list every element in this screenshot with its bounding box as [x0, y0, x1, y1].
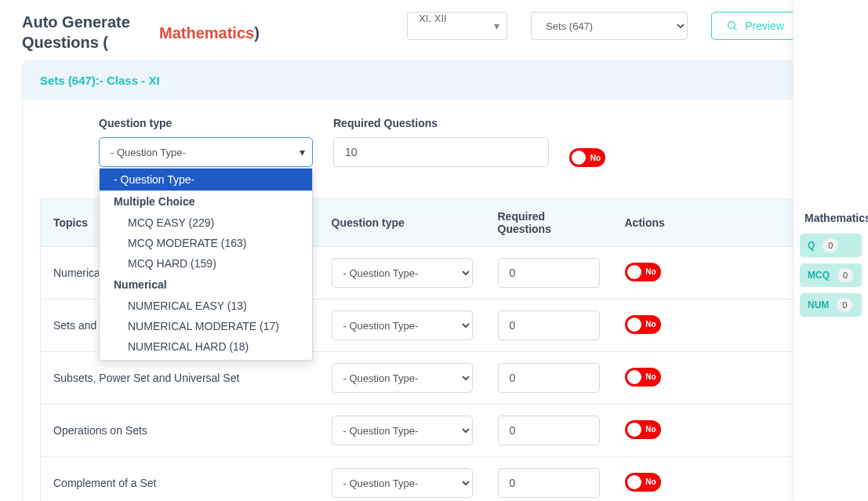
chapter-select-input[interactable]: Sets (647): [531, 12, 688, 40]
card-header[interactable]: Sets (647):- Class - XI ⌄: [23, 61, 845, 100]
row-toggle[interactable]: No: [625, 420, 661, 439]
chapter-card: Sets (647):- Class - XI ⌄ Question type …: [22, 60, 846, 501]
toggle-label: No: [645, 477, 656, 486]
title-close-paren: ): [254, 24, 260, 42]
req-cell: [485, 352, 612, 405]
qtype-dropdown-menu: - Question Type- Multiple Choice MCQ EAS…: [99, 168, 313, 361]
dropdown-group-numerical: Numerical: [100, 274, 312, 296]
dropdown-option-placeholder[interactable]: - Question Type-: [100, 169, 312, 191]
preview-label: Preview: [745, 20, 784, 32]
badge-label: MCQ: [808, 270, 830, 281]
class-select[interactable]: XI, XII ▾: [407, 12, 507, 40]
dropdown-option-mcq-hard[interactable]: MCQ HARD (159): [100, 253, 312, 274]
row-toggle[interactable]: No: [625, 263, 661, 281]
subject-name: Mathematics: [159, 24, 254, 42]
toggle-label: No: [645, 425, 656, 434]
row-toggle[interactable]: No: [625, 315, 661, 334]
badge-count: 0: [837, 298, 852, 312]
toggle-label: No: [645, 267, 656, 276]
qtype-label: Question type: [99, 117, 313, 129]
badge-count: 0: [823, 238, 838, 252]
th-qtype: Question type: [319, 199, 485, 247]
subject-block: Mathematics): [159, 12, 260, 43]
th-req: Required Questions: [485, 199, 612, 247]
toggle-knob: [627, 318, 641, 332]
qtype-cell: - Question Type-: [319, 247, 485, 300]
topic-cell: Complement of a Set: [41, 457, 319, 502]
dropdown-option-numerical-hard[interactable]: NUMERICAL HARD (18): [100, 336, 312, 357]
req-cell: [485, 457, 612, 502]
row-required-input[interactable]: [498, 363, 600, 393]
req-label: Required Questions: [333, 117, 549, 129]
row-required-input[interactable]: [498, 416, 600, 445]
qtype-cell: - Question Type-: [319, 457, 485, 502]
stat-badge: MCQ0: [800, 263, 862, 287]
row-qtype-select[interactable]: - Question Type-: [332, 416, 473, 445]
badge-label: NUM: [808, 300, 829, 310]
toggle-main[interactable]: No: [569, 148, 605, 167]
toggle-knob: [627, 423, 641, 437]
qtype-cell: - Question Type-: [319, 352, 485, 405]
class-select-value: XI, XII: [407, 12, 507, 40]
qtype-cell: - Question Type-: [319, 300, 485, 352]
dropdown-option-numerical-easy[interactable]: NUMERICAL EASY (13): [100, 296, 312, 316]
side-panel: Mathematics Q0MCQ0NUM0: [793, 0, 868, 501]
row-qtype-select[interactable]: - Question Type-: [332, 310, 473, 340]
chapter-select[interactable]: Sets (647): [531, 12, 688, 40]
toggle-label: No: [590, 154, 601, 162]
search-icon: [726, 20, 739, 32]
preview-button[interactable]: Preview: [711, 12, 799, 40]
req-cell: [485, 405, 612, 457]
dropdown-option-mcq-moderate[interactable]: MCQ MODERATE (163): [100, 233, 312, 253]
toggle-knob: [627, 475, 641, 489]
table-row: Complement of a Set- Question Type-No: [41, 457, 828, 502]
dropdown-option-numerical-moderate[interactable]: NUMERICAL MODERATE (17): [100, 316, 312, 336]
table-row: Operations on Sets- Question Type-No: [41, 405, 828, 457]
stat-badge: NUM0: [800, 293, 862, 317]
row-required-input[interactable]: [498, 258, 600, 288]
row-qtype-select[interactable]: - Question Type-: [332, 468, 473, 498]
row-required-input[interactable]: [498, 468, 600, 498]
toggle-knob: [572, 151, 586, 165]
toggle-label: No: [645, 320, 656, 329]
row-required-input[interactable]: [498, 310, 600, 340]
card-title: Sets (647):- Class - XI: [40, 74, 160, 87]
req-cell: [485, 247, 612, 300]
row-qtype-select[interactable]: - Question Type-: [332, 258, 473, 288]
qtype-cell: - Question Type-: [319, 405, 485, 457]
row-toggle[interactable]: No: [625, 473, 661, 492]
row-qtype-select[interactable]: - Question Type-: [332, 363, 473, 393]
dropdown-group-mcq: Multiple Choice: [100, 191, 312, 212]
stat-badge: Q0: [800, 234, 862, 257]
dropdown-option-mcq-easy[interactable]: MCQ EASY (229): [100, 212, 312, 233]
svg-point-0: [728, 22, 735, 29]
badge-count: 0: [837, 268, 853, 282]
badge-label: Q: [808, 240, 815, 251]
req-cell: [485, 300, 612, 352]
topic-cell: Operations on Sets: [41, 405, 319, 457]
page-title: Auto Generate Questions (: [22, 12, 143, 53]
required-questions-input[interactable]: [333, 137, 549, 167]
qtype-select[interactable]: - Question Type-: [99, 137, 313, 167]
side-title: Mathematics: [794, 204, 868, 234]
toggle-label: No: [645, 372, 656, 381]
toggle-knob: [627, 370, 641, 384]
row-toggle[interactable]: No: [625, 368, 661, 387]
toggle-knob: [627, 265, 641, 279]
svg-line-1: [734, 27, 736, 30]
